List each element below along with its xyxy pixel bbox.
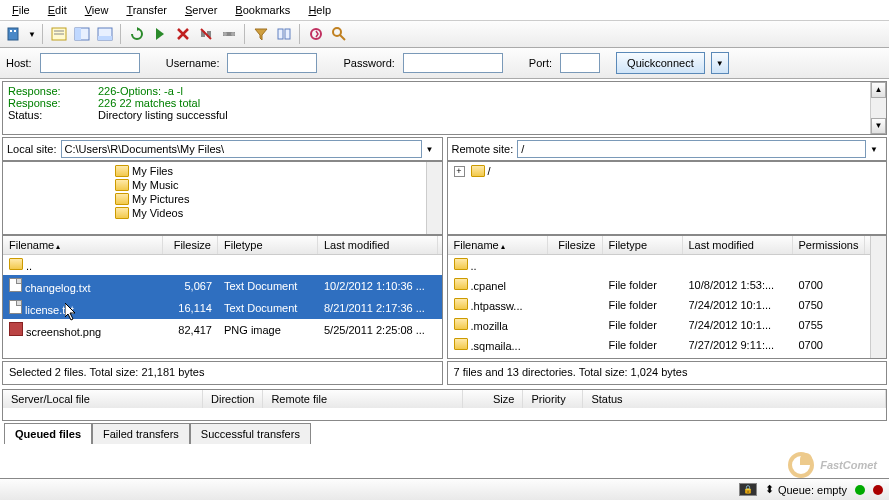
queue-icon: ⬍ bbox=[765, 483, 774, 496]
col-modified[interactable]: Last modified bbox=[318, 236, 438, 254]
quickconnect-bar: Host: Username: Password: Port: Quickcon… bbox=[0, 48, 889, 79]
remote-site-input[interactable] bbox=[517, 140, 866, 158]
toolbar: ▼ bbox=[0, 21, 889, 48]
menu-view[interactable]: View bbox=[77, 2, 117, 18]
local-file-list[interactable]: Filename▴ Filesize Filetype Last modifie… bbox=[2, 235, 443, 359]
port-input[interactable] bbox=[560, 53, 600, 73]
menu-server[interactable]: Server bbox=[177, 2, 225, 18]
col-direction[interactable]: Direction bbox=[203, 390, 263, 408]
compare-icon[interactable] bbox=[274, 24, 294, 44]
image-icon bbox=[9, 322, 23, 336]
tree-node[interactable]: My Videos bbox=[132, 207, 183, 219]
col-server-local[interactable]: Server/Local file bbox=[3, 390, 203, 408]
file-row[interactable]: .mozillaFile folder7/24/2012 10:1...0755 bbox=[448, 315, 887, 335]
file-row[interactable]: .sqmaila...File folder7/27/2012 9:11:...… bbox=[448, 335, 887, 355]
site-manager-icon[interactable] bbox=[4, 24, 24, 44]
col-filetype[interactable]: Filetype bbox=[218, 236, 318, 254]
dropdown-icon[interactable]: ▼ bbox=[27, 24, 37, 44]
process-queue-icon[interactable] bbox=[150, 24, 170, 44]
folder-icon bbox=[454, 338, 468, 350]
watermark: FastComet bbox=[788, 452, 877, 478]
toggle-queue-icon[interactable] bbox=[95, 24, 115, 44]
dropdown-icon[interactable]: ▼ bbox=[866, 145, 882, 154]
password-input[interactable] bbox=[403, 53, 503, 73]
log-message: 226 22 matches total bbox=[98, 97, 200, 109]
parent-dir-row[interactable]: .. bbox=[448, 255, 887, 275]
tree-node[interactable]: My Pictures bbox=[132, 193, 189, 205]
col-status[interactable]: Status bbox=[583, 390, 886, 408]
reconnect-icon[interactable] bbox=[219, 24, 239, 44]
col-remote-file[interactable]: Remote file bbox=[263, 390, 463, 408]
column-headers: Filename▴ Filesize Filetype Last modifie… bbox=[3, 236, 442, 255]
file-row[interactable]: .htpassw...File folder7/24/2012 10:1...0… bbox=[448, 295, 887, 315]
tree-node[interactable]: My Music bbox=[132, 179, 178, 191]
col-filesize[interactable]: Filesize bbox=[548, 236, 603, 254]
local-tree[interactable]: My Files My Music My Pictures My Videos bbox=[2, 161, 443, 235]
file-row[interactable]: license.txt16,114Text Document8/21/2011 … bbox=[3, 297, 442, 319]
sync-browse-icon[interactable] bbox=[306, 24, 326, 44]
dropdown-icon[interactable]: ▼ bbox=[422, 145, 438, 154]
svg-rect-2 bbox=[14, 30, 16, 32]
refresh-icon[interactable] bbox=[127, 24, 147, 44]
host-input[interactable] bbox=[40, 53, 140, 73]
svg-point-18 bbox=[333, 28, 341, 36]
file-icon bbox=[9, 278, 22, 292]
username-label: Username: bbox=[166, 57, 220, 69]
local-site-input[interactable] bbox=[61, 140, 422, 158]
find-icon[interactable] bbox=[329, 24, 349, 44]
menu-file[interactable]: FFileile bbox=[4, 2, 38, 18]
quickconnect-button[interactable]: Quickconnect bbox=[616, 52, 705, 74]
remote-file-list[interactable]: Filename▴ Filesize Filetype Last modifie… bbox=[447, 235, 888, 359]
col-filename[interactable]: Filename▴ bbox=[448, 236, 548, 254]
col-modified[interactable]: Last modified bbox=[683, 236, 793, 254]
tab-queued[interactable]: Queued files bbox=[4, 423, 92, 444]
scrollbar[interactable] bbox=[426, 162, 442, 234]
folder-icon bbox=[115, 165, 129, 177]
file-row[interactable]: screenshot.png82,417PNG image5/25/2011 2… bbox=[3, 319, 442, 341]
username-input[interactable] bbox=[227, 53, 317, 73]
parent-dir-row[interactable]: .. bbox=[3, 255, 442, 275]
svg-rect-7 bbox=[75, 28, 81, 40]
quickconnect-dropdown[interactable]: ▼ bbox=[711, 52, 729, 74]
remote-site-label: Remote site: bbox=[452, 143, 514, 155]
menu-edit[interactable]: Edit bbox=[40, 2, 75, 18]
svg-rect-16 bbox=[285, 29, 290, 39]
tree-node[interactable]: / bbox=[488, 165, 491, 177]
transfer-queue[interactable]: Server/Local file Direction Remote file … bbox=[2, 389, 887, 421]
disconnect-icon[interactable] bbox=[196, 24, 216, 44]
menu-help[interactable]: Help bbox=[300, 2, 339, 18]
toggle-tree-icon[interactable] bbox=[72, 24, 92, 44]
filter-icon[interactable] bbox=[251, 24, 271, 44]
col-filename[interactable]: Filename▴ bbox=[3, 236, 163, 254]
col-filesize[interactable]: Filesize bbox=[163, 236, 218, 254]
col-size[interactable]: Size bbox=[463, 390, 523, 408]
tree-node[interactable]: My Files bbox=[132, 165, 173, 177]
col-permissions[interactable]: Permissions bbox=[793, 236, 866, 254]
expand-icon[interactable]: + bbox=[454, 166, 465, 177]
scrollbar[interactable]: ▲▼ bbox=[870, 82, 886, 134]
cancel-icon[interactable] bbox=[173, 24, 193, 44]
scrollbar[interactable] bbox=[870, 236, 886, 358]
col-filetype[interactable]: Filetype bbox=[603, 236, 683, 254]
svg-line-19 bbox=[340, 35, 345, 40]
svg-rect-9 bbox=[98, 36, 112, 40]
column-headers: Filename▴ Filesize Filetype Last modifie… bbox=[448, 236, 887, 255]
toggle-log-icon[interactable] bbox=[49, 24, 69, 44]
file-row[interactable]: .cpanelFile folder10/8/2012 1:53:...0700 bbox=[448, 275, 887, 295]
folder-icon bbox=[454, 278, 468, 290]
file-icon bbox=[9, 300, 22, 314]
menu-bookmarks[interactable]: Bookmarks bbox=[227, 2, 298, 18]
remote-tree[interactable]: +/ bbox=[447, 161, 888, 235]
local-status: Selected 2 files. Total size: 21,181 byt… bbox=[2, 361, 443, 385]
col-priority[interactable]: Priority bbox=[523, 390, 583, 408]
file-row[interactable]: changelog.txt5,067Text Document10/2/2012… bbox=[3, 275, 442, 297]
log-label: Response: bbox=[8, 85, 68, 97]
message-log[interactable]: Response:226-Options: -a -l Response:226… bbox=[2, 81, 887, 135]
tab-failed[interactable]: Failed transfers bbox=[92, 423, 190, 444]
menu-transfer[interactable]: Transfer bbox=[118, 2, 175, 18]
log-message: Directory listing successful bbox=[98, 109, 228, 121]
folder-icon bbox=[115, 193, 129, 205]
tab-successful[interactable]: Successful transfers bbox=[190, 423, 311, 444]
folder-icon bbox=[454, 258, 468, 270]
svg-point-17 bbox=[311, 29, 321, 39]
